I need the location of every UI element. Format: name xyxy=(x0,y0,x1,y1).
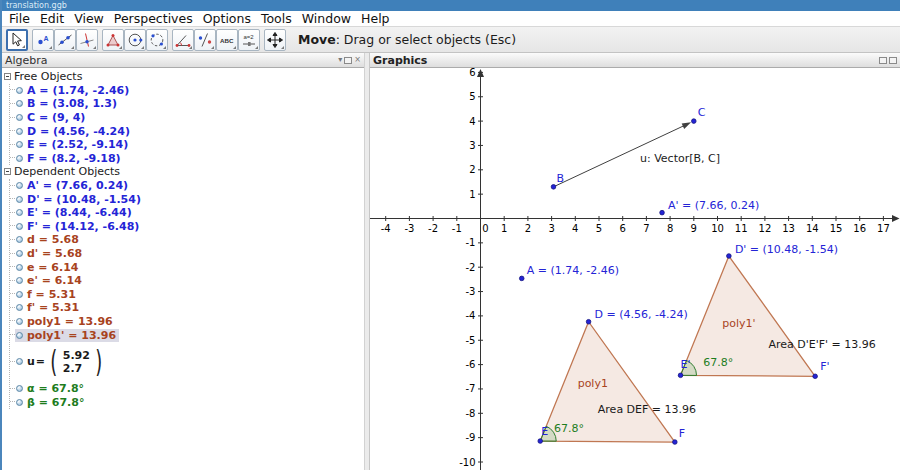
vector-u-label[interactable]: u: Vector[B, C] xyxy=(640,152,720,165)
visibility-marble-icon[interactable] xyxy=(16,87,23,94)
visibility-marble-icon[interactable] xyxy=(16,358,23,365)
visibility-marble-icon[interactable] xyxy=(16,332,23,339)
point-label-E'[interactable]: E' xyxy=(681,358,691,371)
menu-perspectives[interactable]: Perspectives xyxy=(109,11,198,26)
menu-tools[interactable]: Tools xyxy=(256,11,297,26)
algebra-item-F'[interactable]: F' = (14.12, -6.48) xyxy=(10,220,364,234)
graphics-canvas[interactable]: -4-3-2-101234567891011121314151617-10-9-… xyxy=(370,68,900,470)
point-label-D'[interactable]: D' = (10.48, -1.54) xyxy=(735,243,838,256)
panel-detach-icon[interactable] xyxy=(879,57,887,64)
graphics-text[interactable]: poly1' xyxy=(722,317,755,330)
visibility-marble-icon[interactable] xyxy=(16,318,23,325)
point-F[interactable] xyxy=(673,440,678,445)
algebra-item-poly1[interactable]: poly1 = 13.96 xyxy=(10,315,364,329)
menu-file[interactable]: File xyxy=(4,11,35,26)
visibility-marble-icon[interactable] xyxy=(16,155,23,162)
algebra-item-f[interactable]: f = 5.31 xyxy=(10,288,364,302)
algebra-item-e[interactable]: e = 6.14 xyxy=(10,260,364,274)
tool-angle-button[interactable] xyxy=(172,29,194,51)
panel-close-icon[interactable]: × xyxy=(354,56,361,64)
tool-polygon-button[interactable] xyxy=(102,29,124,51)
visibility-marble-icon[interactable] xyxy=(16,196,23,203)
titlebar[interactable]: translation.ggb xyxy=(2,0,900,11)
menu-edit[interactable]: Edit xyxy=(35,11,69,26)
menu-view[interactable]: View xyxy=(69,11,109,26)
menu-window[interactable]: Window xyxy=(297,11,356,26)
point-label-F'[interactable]: F' xyxy=(820,360,829,373)
algebra-item-e'[interactable]: e' = 6.14 xyxy=(10,274,364,288)
algebra-item-d[interactable]: d = 5.68 xyxy=(10,233,364,247)
point-D[interactable] xyxy=(586,319,591,324)
visibility-marble-icon[interactable] xyxy=(16,114,23,121)
collapse-icon[interactable] xyxy=(4,73,11,80)
visibility-marble-icon[interactable] xyxy=(16,399,23,406)
algebra-item-poly1'[interactable]: poly1' = 13.96 xyxy=(10,328,364,342)
visibility-marble-icon[interactable] xyxy=(16,182,23,189)
algebra-item-α[interactable]: α = 67.8° xyxy=(10,382,364,396)
visibility-marble-icon[interactable] xyxy=(16,128,23,135)
angle-label-E[interactable]: 67.8° xyxy=(554,422,584,435)
visibility-marble-icon[interactable] xyxy=(16,100,23,107)
graphics-text[interactable]: poly1 xyxy=(578,377,608,390)
point-C[interactable] xyxy=(692,119,697,124)
algebra-item-D[interactable]: D = (4.56, -4.24) xyxy=(10,124,364,138)
algebra-item-A[interactable]: A = (1.74, -2.46) xyxy=(10,84,364,98)
algebra-item-F[interactable]: F = (8.2, -9.18) xyxy=(10,152,364,166)
algebra-item-D'[interactable]: D' = (10.48, -1.54) xyxy=(10,192,364,206)
tree-section-free-objects[interactable]: Free Objects xyxy=(4,70,364,84)
point-A'[interactable] xyxy=(660,210,665,215)
algebra-item-β[interactable]: β = 67.8° xyxy=(10,395,364,409)
tool-line-button[interactable] xyxy=(54,29,76,51)
tool-point-button[interactable]: A xyxy=(32,29,54,51)
point-label-D[interactable]: D = (4.56, -4.24) xyxy=(595,308,688,321)
visibility-marble-icon[interactable] xyxy=(16,264,23,271)
collapse-icon[interactable] xyxy=(4,168,11,175)
algebra-item-d'[interactable]: d' = 5.68 xyxy=(10,247,364,261)
visibility-marble-icon[interactable] xyxy=(16,304,23,311)
panel-caret-icon[interactable]: ▾ xyxy=(338,56,342,64)
algebra-item-A'[interactable]: A' = (7.66, 0.24) xyxy=(10,179,364,193)
visibility-marble-icon[interactable] xyxy=(16,141,23,148)
point-label-B[interactable]: B xyxy=(556,172,564,185)
tree-section-dependent-objects[interactable]: Dependent Objects xyxy=(4,165,364,179)
tool-move-button[interactable] xyxy=(6,29,28,51)
tool-reflect-button[interactable] xyxy=(194,29,216,51)
point-D'[interactable] xyxy=(727,254,732,259)
point-E[interactable] xyxy=(538,439,543,444)
panel-detach-icon[interactable] xyxy=(344,57,352,64)
point-B[interactable] xyxy=(551,185,556,190)
angle-label-E'[interactable]: 67.8° xyxy=(703,356,733,369)
algebra-item-B[interactable]: B = (3.08, 1.3) xyxy=(10,97,364,111)
tool-move-graphics-view-button[interactable] xyxy=(264,29,286,51)
visibility-marble-icon[interactable] xyxy=(16,209,23,216)
algebra-item-f'[interactable]: f' = 5.31 xyxy=(10,301,364,315)
graphics-text[interactable]: Area D'E'F' = 13.96 xyxy=(768,338,875,351)
menu-help[interactable]: Help xyxy=(356,11,395,26)
panel-close-icon[interactable] xyxy=(889,57,897,64)
point-label-E[interactable]: E xyxy=(541,425,548,438)
point-label-A[interactable]: A = (1.74, -2.46) xyxy=(527,264,619,277)
tool-perpendicular-line-button[interactable] xyxy=(76,29,98,51)
point-A[interactable] xyxy=(519,276,524,281)
algebra-item-E[interactable]: E = (2.52, -9.14) xyxy=(10,138,364,152)
graphics-text[interactable]: Area DEF = 13.96 xyxy=(598,403,696,416)
tool-conic-button[interactable] xyxy=(146,29,168,51)
point-E'[interactable] xyxy=(678,373,683,378)
tool-slider-button[interactable]: a=2 xyxy=(238,29,260,51)
menu-options[interactable]: Options xyxy=(198,11,256,26)
algebra-item-u[interactable]: u=(5.922.7) xyxy=(10,342,364,382)
point-label-F[interactable]: F xyxy=(679,427,685,440)
point-label-A'[interactable]: A' = (7.66, 0.24) xyxy=(668,199,759,212)
visibility-marble-icon[interactable] xyxy=(16,277,23,284)
point-label-C[interactable]: C xyxy=(698,106,706,119)
visibility-marble-icon[interactable] xyxy=(16,291,23,298)
algebra-item-C[interactable]: C = (9, 4) xyxy=(10,111,364,125)
tool-circle-button[interactable] xyxy=(124,29,146,51)
point-F'[interactable] xyxy=(813,374,818,379)
algebra-item-E'[interactable]: E' = (8.44, -6.44) xyxy=(10,206,364,220)
visibility-marble-icon[interactable] xyxy=(16,236,23,243)
tool-text-button[interactable]: ABC xyxy=(216,29,238,51)
graphics-view[interactable]: -4-3-2-101234567891011121314151617-10-9-… xyxy=(370,68,900,470)
visibility-marble-icon[interactable] xyxy=(16,385,23,392)
visibility-marble-icon[interactable] xyxy=(16,223,23,230)
